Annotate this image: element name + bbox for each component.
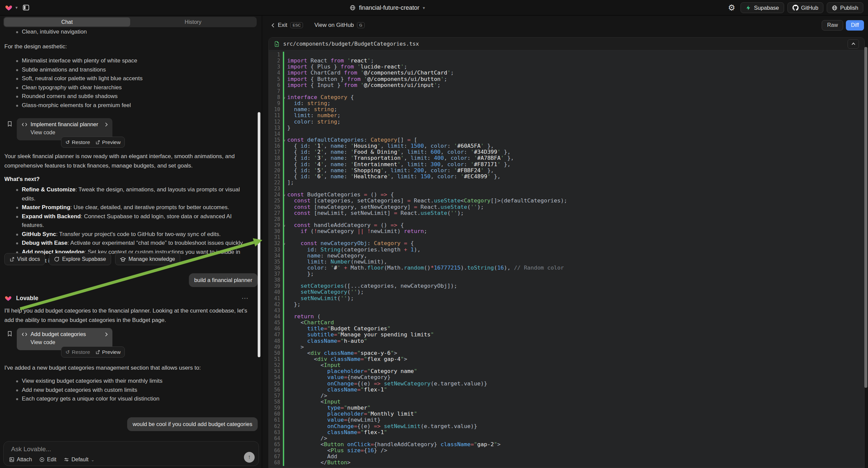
restore-preview-toolbar: ↺Restore Preview: [61, 347, 125, 357]
list-item: GitHub Sync: Transfer your project's cod…: [0, 230, 248, 239]
code-line: 36 color: '#' + Math.floor(Math.random()…: [269, 265, 864, 271]
chat-panel: Chat History Clean, intuitive navigation…: [0, 16, 262, 468]
bookmark-icon[interactable]: [7, 120, 13, 128]
code-line: 3import { Plus } from 'lucide-react';: [269, 64, 864, 70]
message-menu-icon[interactable]: ⋯: [242, 294, 249, 302]
view-on-github-button[interactable]: View on GitHub G: [314, 22, 365, 29]
exit-button[interactable]: Exit ESC: [271, 22, 303, 29]
added-bullets: View existing budget categories with the…: [0, 377, 253, 404]
code-line: 38: [269, 277, 864, 283]
send-button[interactable]: ↑: [244, 452, 255, 463]
code-line: 40 setNewCategory('');: [269, 289, 864, 295]
code-line: 56 className="flex-1": [269, 387, 864, 393]
whats-next-heading: What's next?: [4, 175, 255, 184]
code-line: 30 if (!newCategory || !newLimit) return…: [269, 228, 864, 234]
globe-icon: [350, 5, 355, 11]
file-header[interactable]: src/components/budget/BudgetCategories.t…: [269, 38, 864, 50]
model-selector[interactable]: Default ⌄: [64, 457, 95, 463]
diff-toggle-button[interactable]: Diff: [846, 20, 864, 31]
design-intro: For the design aesthetic:: [4, 42, 255, 51]
esc-key-badge: ESC: [290, 22, 303, 28]
raw-toggle-button[interactable]: Raw: [822, 20, 843, 31]
explore-supabase-button[interactable]: Explore Supabase: [49, 253, 111, 265]
sidebar-toggle-icon[interactable]: [23, 4, 30, 11]
external-link-icon: [9, 257, 14, 262]
code-line: 53 placeholder="Category name": [269, 368, 864, 374]
list-item: Refine & Customize: Tweak the design, an…: [0, 185, 248, 203]
code-line: 24∨const BudgetCategories = () => {: [269, 192, 864, 198]
tab-history[interactable]: History: [130, 18, 256, 27]
chat-tab-bar: Chat History: [3, 17, 257, 27]
code-line: 25 const [categories, setCategories] = R…: [269, 198, 864, 204]
restore-button[interactable]: ↺Restore: [65, 139, 90, 145]
assistant-name: Lovable: [16, 295, 238, 302]
view-code-link[interactable]: View code: [31, 340, 108, 346]
project-switcher[interactable]: financial-future-creator ▾: [350, 0, 425, 16]
code-line: 27 const [newLimit, setNewLimit] = React…: [269, 210, 864, 216]
code-line: 55 onChange={(e) => setNewCategory(e.tar…: [269, 381, 864, 387]
code-line: 51 <div className="flex gap-4">: [269, 356, 864, 362]
list-item: Clean, intuitive navigation: [0, 28, 253, 37]
list-item: Add new budget categories with custom li…: [0, 386, 253, 395]
code-line: 61 value={newLimit}: [269, 417, 864, 423]
code-line: 17 { id: '2', name: 'Food & Dining', lim…: [269, 149, 864, 155]
code-line: 32∨ const newCategoryObj: Category = {: [269, 240, 864, 246]
code-line: 16 { id: '1', name: 'Housing', limit: 15…: [269, 143, 864, 149]
edit-button[interactable]: Edit: [39, 457, 56, 463]
project-name: financial-future-creator: [359, 4, 420, 11]
supabase-button[interactable]: Supabase: [741, 2, 784, 13]
file-card: src/components/budget/BudgetCategories.t…: [269, 37, 865, 468]
code-line: 44 return (: [269, 314, 864, 320]
code-line: 29∨ const handleAddCategory = () => {: [269, 222, 864, 228]
code-line: 37 };: [269, 271, 864, 277]
code-line: 11 limit: number;: [269, 113, 864, 118]
code-line: 9 id: string;: [269, 100, 864, 107]
publish-button[interactable]: Publish: [827, 2, 863, 13]
settings-gear-icon[interactable]: ⚙: [728, 3, 736, 12]
visit-docs-button[interactable]: Visit docs: [4, 253, 45, 265]
lovable-logo-icon[interactable]: [5, 4, 13, 11]
code-line: 5import { Button } from '@/components/ui…: [269, 76, 864, 82]
added-intro-paragraph: I've added a new budget categories manag…: [4, 363, 255, 373]
chevron-right-icon: [104, 122, 108, 127]
restore-icon: ↺: [65, 139, 70, 145]
user-message: would be cool if you could add budget ca…: [127, 417, 258, 431]
chevron-down-icon: ⌄: [91, 457, 95, 462]
list-item: Minimalist interface with plenty of whit…: [0, 56, 253, 65]
attach-button[interactable]: Attach: [9, 457, 32, 463]
code-line: 47 subtitle="Manage your spending limits…: [269, 332, 864, 338]
code-panel: Exit ESC View on GitHub G Raw Diff src/c…: [262, 16, 868, 468]
list-item: Subtle animations and transitions: [0, 65, 253, 75]
code-line: 2import React from 'react';: [269, 58, 864, 64]
collapse-file-button[interactable]: [847, 39, 859, 49]
code-line: 12 color: string;: [269, 119, 864, 125]
sliders-icon: [64, 457, 69, 462]
manage-knowledge-button[interactable]: Manage knowledge: [115, 253, 180, 265]
list-item: Rounded corners and subtle shadows: [0, 92, 253, 101]
bookmark-icon[interactable]: [7, 330, 13, 339]
github-button[interactable]: GitHub: [787, 2, 824, 13]
supabase-bolt-icon: [746, 5, 751, 11]
code-line: 28: [269, 216, 864, 222]
code-header: Exit ESC View on GitHub G Raw Diff: [262, 16, 868, 35]
list-item: View existing budget categories with the…: [0, 377, 253, 386]
logo-chevron-down-icon[interactable]: ▾: [16, 5, 18, 10]
chat-input[interactable]: Ask Lovable... Attach Edit Default ⌄: [3, 441, 259, 466]
list-item: Expand with Backend: Connect Supabase to…: [0, 212, 248, 230]
design-bullets: Minimalist interface with plenty of whit…: [0, 56, 253, 110]
code-icon: [22, 332, 28, 337]
code-line: 60 placeholder="Monthly limit": [269, 411, 864, 417]
preview-button[interactable]: Preview: [95, 139, 120, 145]
chat-scrollbar[interactable]: [258, 112, 260, 357]
preview-button[interactable]: Preview: [95, 349, 120, 355]
chat-input-placeholder: Ask Lovable...: [11, 445, 254, 453]
view-code-link[interactable]: View code: [31, 129, 108, 136]
code-line: 48 className="h-auto": [269, 338, 864, 344]
window-scrollbar[interactable]: [864, 47, 867, 388]
file-plus-icon: [274, 41, 279, 47]
restore-button[interactable]: ↺Restore: [65, 349, 90, 355]
restore-icon: ↺: [65, 349, 70, 355]
code-line: 26 const [newCategory, setNewCategory] =…: [269, 204, 864, 210]
tab-chat[interactable]: Chat: [4, 18, 130, 27]
chat-bubble-icon: [54, 257, 59, 262]
